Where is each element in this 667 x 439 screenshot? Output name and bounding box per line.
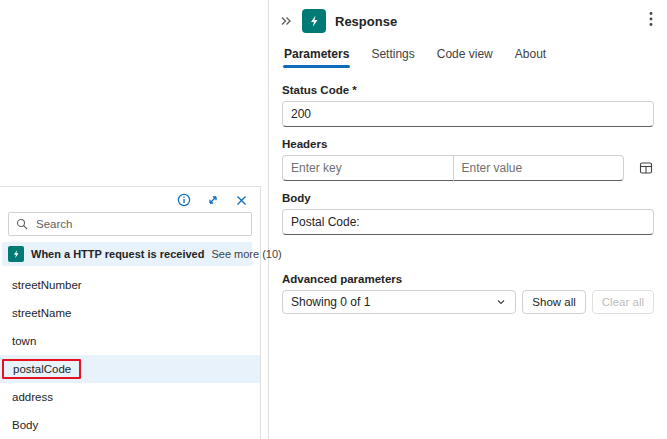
show-all-button[interactable]: Show all [522,290,585,314]
see-more-link[interactable]: See more (10) [211,248,281,260]
trigger-group-row[interactable]: When a HTTP request is received See more… [2,242,252,266]
search-input[interactable] [34,217,244,231]
dynamic-content-popup: When a HTTP request is received See more… [0,186,261,439]
expand-icon[interactable] [206,193,220,207]
search-box [8,212,252,236]
list-item-label: Body [12,419,38,431]
list-item-label: town [12,335,36,347]
tab-code-view[interactable]: Code view [436,45,494,70]
list-item-selected[interactable]: postalCode [0,355,260,383]
panel-header: Response [269,0,667,37]
popup-action-icons [0,187,260,210]
response-action-panel: Response Parameters Settings Code view A… [268,0,667,439]
info-icon[interactable] [177,193,191,207]
switch-headers-mode-icon[interactable] [638,160,654,176]
list-item-label: streetName [12,307,71,319]
status-code-label: Status Code * [282,84,654,96]
list-item[interactable]: streetName [0,299,260,327]
list-item[interactable]: town [0,327,260,355]
body-label: Body [282,192,654,204]
more-options-icon[interactable] [645,9,657,33]
advanced-parameters-section: Advanced parameters Showing 0 of 1 Show … [282,273,654,314]
body-input[interactable] [282,209,654,235]
list-item-label: postalCode [2,359,81,379]
trigger-group-label: When a HTTP request is received [31,248,204,260]
clear-all-button[interactable]: Clear all [592,290,654,314]
dropdown-value: Showing 0 of 1 [291,295,370,309]
headers-row [282,155,654,181]
advanced-parameters-label: Advanced parameters [282,273,654,285]
list-item-label: address [12,391,53,403]
tab-settings[interactable]: Settings [370,45,415,70]
headers-label: Headers [282,138,654,150]
search-icon [16,218,28,230]
tab-parameters[interactable]: Parameters [283,45,350,70]
header-key-input[interactable] [282,155,454,181]
list-item[interactable]: streetNumber [0,271,260,299]
chevron-down-icon [495,296,507,308]
header-value-input[interactable] [453,155,625,181]
dynamic-content-list: streetNumber streetName town postalCode … [0,268,260,439]
close-icon[interactable] [235,194,248,207]
status-code-input[interactable] [282,101,654,127]
advanced-parameters-dropdown[interactable]: Showing 0 of 1 [282,290,516,314]
power-automate-designer: Response Parameters Settings Code view A… [0,0,667,439]
panel-title: Response [335,14,397,29]
list-item[interactable]: Body [0,411,260,439]
parameters-form: Status Code * Headers Body Advanced para… [269,70,667,314]
list-item-label: streetNumber [12,279,82,291]
list-item[interactable]: address [0,383,260,411]
tab-about[interactable]: About [514,45,547,70]
response-action-icon [302,9,326,33]
panel-tabs: Parameters Settings Code view About [269,37,667,70]
advanced-parameters-row: Showing 0 of 1 Show all Clear all [282,290,654,314]
http-request-trigger-icon [8,246,24,262]
collapse-panel-icon[interactable] [279,14,293,28]
